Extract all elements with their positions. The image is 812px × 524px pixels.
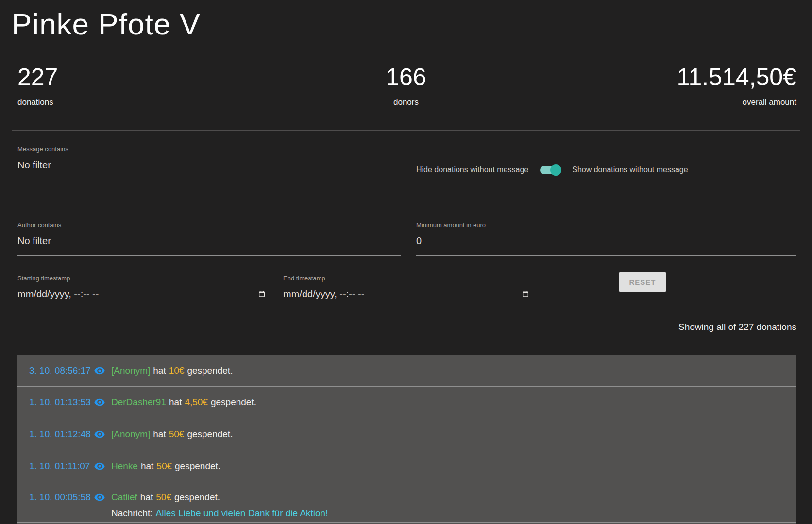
start-timestamp-input[interactable]	[17, 288, 270, 309]
donation-time: 1. 10. 01:13:53	[29, 396, 94, 408]
page-title: Pinke Pfote V	[12, 7, 201, 41]
message-filter-field: Message contains	[17, 146, 401, 180]
donation-text: Catlief hat 50€ gespendet. Nachricht: Al…	[111, 491, 328, 519]
hat-text: hat	[140, 491, 153, 503]
message-filter-input[interactable]	[17, 159, 401, 180]
donation-message-line: Nachricht: Alles Liebe und vielen Dank f…	[111, 508, 328, 519]
stat-overall-amount: 11.514,50€ overall amount	[677, 62, 796, 107]
donation-time: 1. 10. 00:05:58	[29, 491, 94, 503]
visibility-eye-icon[interactable]	[94, 365, 105, 377]
donation-amount: 50€	[156, 460, 172, 472]
author-filter-field: Author contains	[17, 221, 401, 256]
min-amount-label: Minimum amount in euro	[416, 221, 796, 229]
gespendet-text: gespendet.	[175, 460, 220, 472]
donation-row: 1. 10. 00:05:58 Catlief hat 50€ gespende…	[17, 482, 796, 522]
message-label: Nachricht:	[111, 508, 153, 519]
donation-author: Catlief	[111, 491, 137, 503]
donation-text: Henke hat 50€ gespendet.	[111, 460, 220, 472]
gespendet-text: gespendet.	[174, 491, 220, 503]
visibility-eye-icon[interactable]	[94, 460, 105, 472]
donation-text: [Anonym] hat 10€ gespendet.	[111, 365, 233, 377]
message-text: Alles Liebe und vielen Dank für die Akti…	[156, 508, 328, 519]
show-without-message-switch[interactable]	[540, 166, 560, 174]
donation-time: 3. 10. 08:56:17	[29, 365, 94, 377]
stat-overall-amount-value: 11.514,50€	[677, 62, 796, 93]
results-summary: Showing all of 227 donations	[678, 322, 796, 332]
author-filter-input[interactable]	[17, 235, 401, 256]
donation-list[interactable]: 3. 10. 08:56:17 [Anonym] hat 10€ gespend…	[17, 355, 796, 524]
hat-text: hat	[153, 365, 166, 377]
donation-author: Henke	[111, 460, 138, 472]
donation-author: [Anonym]	[111, 428, 150, 440]
reset-button[interactable]: RESET	[619, 272, 666, 292]
start-timestamp-field: Starting timestamp	[17, 275, 270, 309]
stat-overall-amount-label: overall amount	[677, 98, 796, 107]
end-timestamp-label: End timestamp	[283, 275, 533, 282]
visibility-eye-icon[interactable]	[94, 428, 105, 440]
min-amount-field: Minimum amount in euro	[416, 221, 796, 256]
start-timestamp-label: Starting timestamp	[17, 275, 270, 282]
switch-thumb	[550, 164, 561, 176]
calendar-icon[interactable]	[522, 290, 529, 298]
end-timestamp-input[interactable]	[283, 288, 533, 309]
donation-author: [Anonym]	[111, 365, 150, 377]
donation-amount: 4,50€	[185, 396, 208, 408]
message-visibility-toggle-row: Hide donations without message Show dona…	[416, 163, 688, 177]
min-amount-input[interactable]	[416, 235, 796, 256]
donation-author: DerDasher91	[111, 396, 166, 408]
donation-row: 1. 10. 01:11:07 Henke hat 50€ gespendet.	[17, 450, 796, 482]
donation-amount: 50€	[156, 491, 171, 503]
donation-row-partial	[17, 522, 796, 524]
message-filter-label: Message contains	[17, 146, 401, 153]
visibility-eye-icon[interactable]	[94, 491, 105, 503]
hat-text: hat	[153, 428, 166, 440]
section-divider	[12, 130, 800, 131]
donation-row: 3. 10. 08:56:17 [Anonym] hat 10€ gespend…	[17, 355, 796, 386]
gespendet-text: gespendet.	[187, 428, 233, 440]
gespendet-text: gespendet.	[211, 396, 256, 408]
donation-time: 1. 10. 01:12:48	[29, 428, 94, 440]
visibility-eye-icon[interactable]	[94, 396, 105, 408]
end-timestamp-field: End timestamp	[283, 275, 533, 309]
donation-tracker-page: Pinke Pfote V 227 donations 166 donors 1…	[0, 0, 812, 524]
donation-row: 1. 10. 01:12:48 [Anonym] hat 50€ gespend…	[17, 418, 796, 450]
donation-amount: 10€	[169, 365, 185, 377]
author-filter-label: Author contains	[17, 221, 401, 229]
donation-time: 1. 10. 01:11:07	[29, 460, 94, 472]
toggle-right-label: Show donations without message	[572, 165, 688, 174]
hat-text: hat	[169, 396, 182, 408]
hat-text: hat	[141, 460, 153, 472]
donation-amount: 50€	[169, 428, 185, 440]
donation-row: 1. 10. 01:13:53 DerDasher91 hat 4,50€ ge…	[17, 386, 796, 418]
donation-text: DerDasher91 hat 4,50€ gespendet.	[111, 396, 256, 408]
toggle-left-label: Hide donations without message	[416, 165, 528, 174]
calendar-icon[interactable]	[258, 290, 266, 298]
gespendet-text: gespendet.	[187, 365, 233, 377]
donation-text: [Anonym] hat 50€ gespendet.	[111, 428, 233, 440]
